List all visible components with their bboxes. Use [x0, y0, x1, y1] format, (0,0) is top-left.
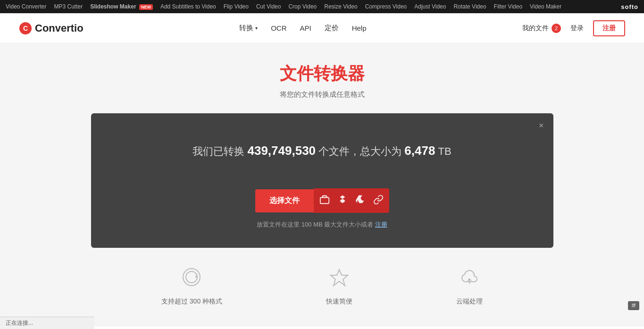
google-drive-icon[interactable]	[355, 194, 366, 207]
topbar-mp3-cutter[interactable]: MP3 Cutter	[54, 3, 83, 10]
logo-icon: C	[19, 22, 32, 35]
fast-label: 快速简便	[326, 297, 352, 306]
main-header: C Convertio 转换 ▾ OCR API 定价 Help 我的文件 2 …	[0, 13, 644, 43]
logo-area[interactable]: C Convertio	[19, 22, 84, 35]
upload-actions: 选择文件	[110, 188, 535, 213]
svg-rect-2	[320, 197, 328, 203]
nav-ocr[interactable]: OCR	[271, 24, 286, 32]
url-link-icon[interactable]	[373, 194, 384, 207]
nav-pricing[interactable]: 定价	[325, 24, 339, 33]
topbar-crop-video[interactable]: Crop Video	[288, 3, 317, 10]
topbar-video-maker[interactable]: Video Maker	[530, 3, 561, 10]
nav-help[interactable]: Help	[352, 24, 367, 32]
top-bar-links: Video Converter MP3 Cutter Slideshow Mak…	[6, 3, 561, 10]
topbar-resize-video[interactable]: Resize Video	[324, 3, 358, 10]
cloud-icon	[459, 267, 480, 292]
main-nav: 转换 ▾ OCR API 定价 Help	[239, 24, 366, 33]
dropbox-icon[interactable]	[337, 194, 348, 207]
my-files-button[interactable]: 我的文件 2	[522, 24, 561, 33]
top-bar-brand: softo	[621, 3, 638, 10]
cloud-label: 云端处理	[456, 297, 483, 306]
register-button[interactable]: 注册	[593, 20, 625, 36]
choose-file-button[interactable]: 选择文件	[255, 189, 314, 212]
login-button[interactable]: 登录	[570, 24, 584, 33]
topbar-add-subtitles[interactable]: Add Subtitles to Video	[160, 3, 216, 10]
convert-arrow-icon: ▾	[255, 25, 258, 31]
register-link[interactable]: 注册	[375, 221, 387, 228]
drop-hint-text: 放置文件在这里 100 MB 最大文件大小或者 注册	[110, 220, 535, 229]
logo-text: Convertio	[35, 22, 84, 34]
hero-subtitle: 将您的文件转换成任意格式	[0, 90, 644, 99]
formats-label: 支持超过 300 种格式	[161, 297, 222, 306]
features-row: 支持超过 300 种格式 快速简便 云端处理	[0, 248, 644, 315]
topbar-filter-video[interactable]: Filter Video	[494, 3, 522, 10]
status-text: 正在连接...	[6, 320, 33, 326]
stats-text: 我们已转换 439,749,530 个文件，总大小为 6,478 TB	[110, 142, 535, 160]
topbar-rotate-video[interactable]: Rotate Video	[453, 3, 486, 10]
top-bar: Video Converter MP3 Cutter Slideshow Mak…	[0, 0, 644, 13]
svg-marker-4	[331, 270, 348, 286]
nav-convert[interactable]: 转换 ▾	[239, 24, 258, 33]
files-count-badge: 2	[552, 24, 561, 33]
feature-cloud: 云端处理	[456, 267, 483, 306]
upload-icons-bar	[314, 188, 389, 213]
upload-container: × 我们已转换 439,749,530 个文件，总大小为 6,478 TB 选择…	[91, 113, 553, 248]
fast-icon	[329, 267, 350, 292]
new-badge: NEW	[139, 4, 153, 10]
feature-fast: 快速简便	[326, 267, 352, 306]
topbar-slideshow-maker[interactable]: Slideshow Maker NEW	[90, 3, 153, 10]
topbar-video-converter[interactable]: Video Converter	[6, 3, 47, 10]
topbar-compress-video[interactable]: Compress Video	[365, 3, 407, 10]
hero-title: 文件转换器	[0, 62, 644, 85]
topbar-cut-video[interactable]: Cut Video	[256, 3, 281, 10]
header-right: 我的文件 2 登录 注册	[522, 20, 625, 36]
topbar-flip-video[interactable]: Flip Video	[224, 3, 249, 10]
watermark-overlay: Iff	[628, 301, 639, 310]
local-file-icon[interactable]	[319, 194, 330, 207]
feature-formats: 支持超过 300 种格式	[161, 267, 222, 306]
nav-api[interactable]: API	[300, 24, 311, 32]
upload-close-button[interactable]: ×	[539, 121, 544, 131]
page-content: 文件转换器 将您的文件转换成任意格式 × 我们已转换 439,749,530 个…	[0, 43, 644, 327]
topbar-adjust-video[interactable]: Adjust Video	[414, 3, 446, 10]
svg-text:C: C	[23, 25, 28, 32]
status-bar: 正在连接...	[0, 317, 94, 327]
formats-icon	[181, 267, 202, 292]
